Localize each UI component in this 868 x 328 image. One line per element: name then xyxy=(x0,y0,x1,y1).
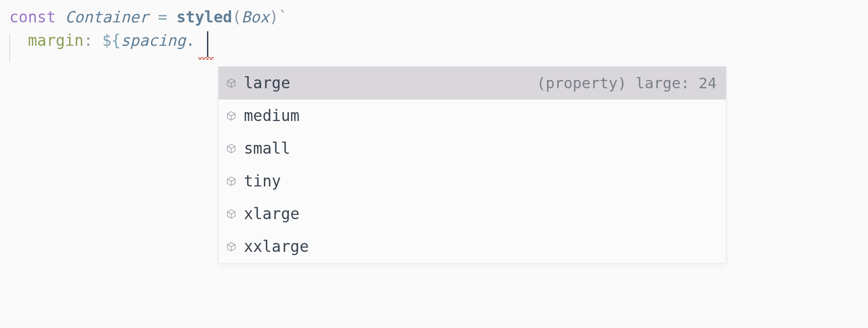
autocomplete-label: xxlarge xyxy=(244,236,309,257)
token-indent xyxy=(9,30,28,51)
autocomplete-item[interactable]: large(property) large: 24 xyxy=(219,67,726,100)
autocomplete-label: xlarge xyxy=(244,203,299,225)
autocomplete-item[interactable]: xlarge xyxy=(219,198,726,230)
autocomplete-item[interactable]: tiny xyxy=(219,165,726,198)
token-keyword: const xyxy=(9,7,56,28)
autocomplete-detail: (property) large: 24 xyxy=(537,73,717,94)
property-icon xyxy=(225,241,237,253)
token-space xyxy=(167,7,177,28)
token-backtick: ` xyxy=(278,7,288,28)
property-icon xyxy=(225,175,237,187)
autocomplete-label: tiny xyxy=(244,171,281,192)
text-cursor xyxy=(207,31,208,57)
code-editor[interactable]: const Container = styled(Box)` margin: $… xyxy=(0,6,868,52)
token-colon: : xyxy=(84,30,93,51)
autocomplete-popup[interactable]: large(property) large: 24mediumsmalltiny… xyxy=(218,66,726,264)
token-func: styled xyxy=(177,7,232,28)
code-line-1[interactable]: const Container = styled(Box)` xyxy=(9,6,868,29)
token-arg: Box xyxy=(242,7,270,28)
token-lparen: ( xyxy=(232,7,242,28)
token-cssprop: margin xyxy=(28,30,84,51)
autocomplete-item[interactable]: medium xyxy=(219,100,726,132)
token-space xyxy=(56,7,65,28)
token-ident: spacing xyxy=(121,30,185,51)
autocomplete-label: large xyxy=(244,72,290,94)
code-line-2[interactable]: margin: ${spacing. xyxy=(9,29,868,52)
autocomplete-item[interactable]: xxlarge xyxy=(219,230,726,263)
token-space xyxy=(93,30,102,51)
token-typename: Container xyxy=(65,7,149,28)
autocomplete-label: small xyxy=(244,138,290,159)
autocomplete-label: medium xyxy=(244,105,299,127)
token-interp-open: ${ xyxy=(102,30,121,51)
token-rparen: ) xyxy=(269,7,278,28)
token-space xyxy=(149,7,158,28)
autocomplete-item[interactable]: small xyxy=(219,132,726,165)
property-icon xyxy=(225,77,237,89)
property-icon xyxy=(225,143,237,155)
property-icon xyxy=(225,110,237,122)
token-equals: = xyxy=(158,7,167,28)
error-squiggle xyxy=(198,57,214,60)
token-dot: . xyxy=(186,30,195,51)
property-icon xyxy=(225,208,237,220)
